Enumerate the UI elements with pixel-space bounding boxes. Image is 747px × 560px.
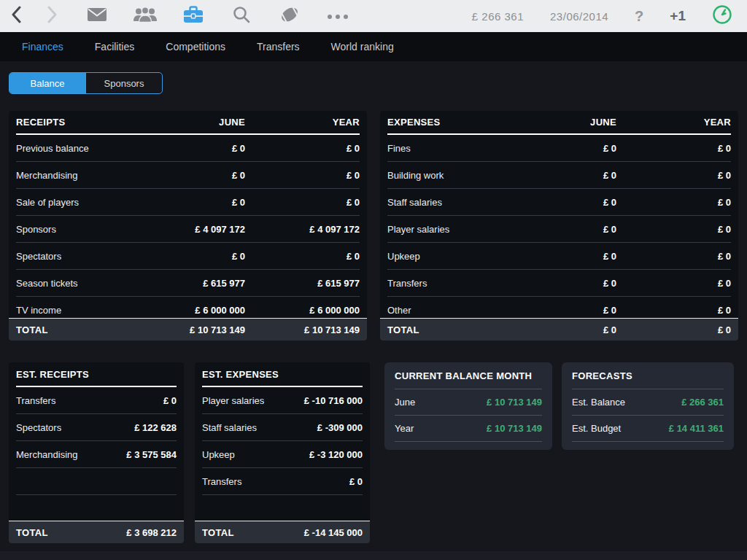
continue-time-button[interactable] (712, 4, 732, 28)
card-row: Est. Budget £ 14 411 361 (572, 416, 724, 442)
table-row: Transfers £ 0 £ 0 (387, 270, 731, 297)
messages-button[interactable] (73, 0, 121, 32)
row-label: Est. Budget (572, 423, 669, 434)
table-row (16, 495, 177, 522)
mail-icon (87, 7, 107, 25)
tab-facilities[interactable]: Facilities (95, 41, 134, 52)
row-year-value: £ 0 (616, 143, 731, 154)
row-label: Upkeep (202, 449, 309, 460)
forecasts-card: FORECASTS Est. Balance £ 266 361 Est. Bu… (562, 362, 734, 450)
back-button[interactable] (0, 0, 32, 32)
card-row: Year £ 10 713 149 (395, 416, 542, 442)
row-label: Year (395, 423, 487, 434)
row-label: Previous balance (16, 143, 136, 154)
total-value: £ 3 698 212 (126, 527, 177, 538)
row-label: Player salaries (387, 224, 507, 235)
row-label: Building work (387, 170, 507, 181)
table-row: Upkeep £ -3 120 000 (202, 441, 363, 468)
tab-world-ranking[interactable]: World ranking (331, 41, 394, 52)
row-june-value: £ 6 000 000 (136, 305, 245, 316)
total-year-value: £ 0 (616, 324, 731, 335)
table-row: Merchandising £ 0 £ 0 (16, 162, 360, 189)
column-header-june: JUNE (507, 117, 616, 128)
table-row: Season tickets £ 615 977 £ 615 977 (16, 270, 360, 297)
advance-day-button[interactable]: +1 (670, 8, 686, 24)
row-year-value: £ 0 (245, 197, 360, 208)
row-year-value: £ 0 (616, 305, 731, 316)
table-row: Spectators £ 122 628 (16, 414, 177, 441)
receipts-header: RECEIPTS JUNE YEAR (16, 111, 360, 135)
total-label: TOTAL (202, 527, 304, 538)
row-june-value: £ 0 (507, 305, 616, 316)
match-button[interactable] (266, 0, 314, 32)
tab-finances[interactable]: Finances (22, 41, 63, 52)
est-receipts-total-row: TOTAL £ 3 698 212 (9, 521, 184, 543)
top-toolbar: £ 266 361 23/06/2014 ? +1 (0, 0, 747, 32)
table-row (202, 495, 363, 522)
current-balance-card: CURRENT BALANCE MONTH June £ 10 713 149 … (384, 362, 552, 450)
row-label: Transfers (16, 395, 163, 406)
forecasts-title: FORECASTS (572, 362, 724, 389)
row-value: £ 10 713 149 (487, 397, 542, 408)
toolbar-icon-group (0, 0, 362, 32)
finances-button[interactable] (169, 0, 217, 32)
row-year-value: £ 0 (616, 197, 731, 208)
row-label: Upkeep (387, 251, 507, 262)
chevron-right-icon (47, 6, 58, 26)
row-label: Spectators (16, 251, 136, 262)
row-june-value: £ 0 (136, 251, 245, 262)
forward-button[interactable] (32, 0, 73, 32)
expenses-header: EXPENSES JUNE YEAR (387, 111, 731, 135)
row-june-value: £ 0 (507, 143, 616, 154)
row-year-value: £ 615 977 (245, 278, 360, 289)
tab-competitions[interactable]: Competitions (166, 41, 225, 52)
est-expenses-total-row: TOTAL £ -14 145 000 (195, 521, 370, 543)
search-icon (232, 5, 251, 27)
row-june-value: £ 0 (136, 143, 245, 154)
receipts-rows: Previous balance £ 0 £ 0 Merchandising £… (16, 135, 360, 324)
card-row: June £ 10 713 149 (395, 389, 542, 416)
bottom-strip (0, 551, 747, 560)
row-year-value: £ 0 (616, 170, 731, 181)
est-receipts-title: EST. RECEIPTS (16, 362, 177, 387)
section-nav: Finances Facilities Competitions Transfe… (0, 32, 747, 61)
row-label: Merchandising (16, 449, 126, 460)
table-row: Previous balance £ 0 £ 0 (16, 135, 360, 162)
table-row: Player salaries £ 0 £ 0 (387, 216, 731, 243)
row-label: Spectators (16, 422, 134, 433)
row-label: Sale of players (16, 197, 136, 208)
total-june-value: £ 10 713 149 (136, 324, 245, 335)
squad-button[interactable] (121, 0, 169, 32)
more-button[interactable] (314, 0, 362, 32)
est-expenses-rows: Player salaries £ -10 716 000 Staff sala… (202, 387, 363, 522)
row-value: £ 14 411 361 (669, 423, 724, 434)
help-button[interactable]: ? (635, 8, 643, 25)
row-label: TV income (16, 305, 136, 316)
table-row: Transfers £ 0 (16, 387, 177, 414)
row-value: £ 266 361 (681, 397, 724, 408)
table-row (16, 468, 177, 495)
tab-transfers[interactable]: Transfers (257, 41, 300, 52)
expenses-table: EXPENSES JUNE YEAR Fines £ 0 £ 0 Buildin… (380, 111, 738, 341)
column-header-year: YEAR (245, 117, 360, 128)
row-value: £ -3 120 000 (309, 449, 363, 460)
row-label: Transfers (202, 476, 349, 487)
expenses-rows: Fines £ 0 £ 0 Building work £ 0 £ 0 Staf… (387, 135, 731, 324)
forecasts-rows: Est. Balance £ 266 361 Est. Budget £ 14 … (572, 389, 724, 442)
total-label: TOTAL (16, 527, 126, 538)
finance-view-toggle: Balance Sponsors (9, 72, 163, 94)
row-june-value: £ 0 (136, 197, 245, 208)
sponsors-toggle-button[interactable]: Sponsors (85, 73, 162, 93)
balance-toggle-button[interactable]: Balance (9, 73, 85, 93)
row-value: £ 3 575 584 (126, 449, 177, 460)
row-value: £ -309 000 (317, 422, 363, 433)
table-row: Spectators £ 0 £ 0 (16, 243, 360, 270)
row-june-value: £ 0 (136, 170, 245, 181)
row-label: Staff salaries (202, 422, 317, 433)
column-header-june: JUNE (136, 117, 245, 128)
search-button[interactable] (217, 0, 266, 32)
table-row: Upkeep £ 0 £ 0 (387, 243, 731, 270)
clock-icon (712, 15, 732, 27)
row-value: £ -10 716 000 (304, 395, 363, 406)
row-label: Fines (387, 143, 507, 154)
